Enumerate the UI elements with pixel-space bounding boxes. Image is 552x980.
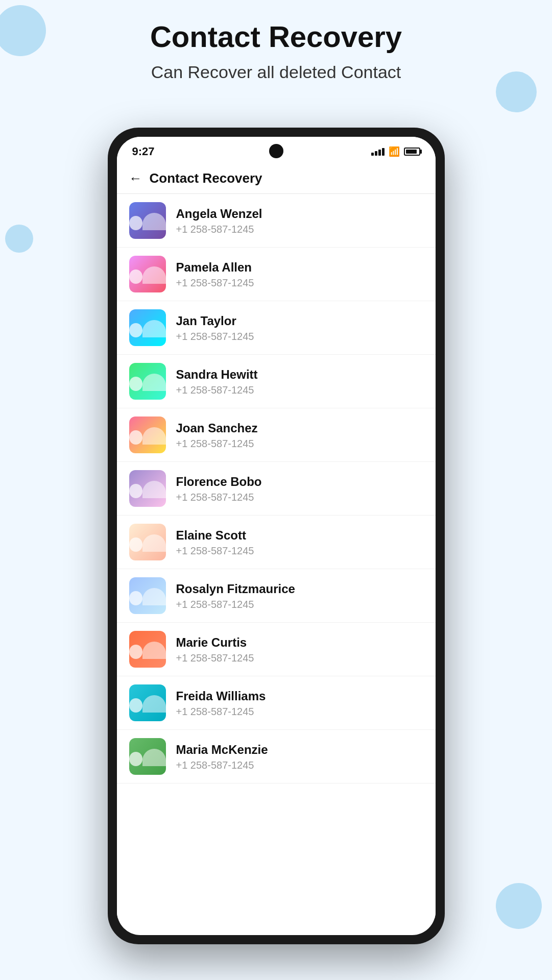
avatar	[129, 416, 166, 453]
battery-icon	[404, 148, 420, 156]
contact-info: Joan Sanchez+1 258-587-1245	[176, 420, 258, 449]
page-header: Contact Recovery Can Recover all deleted…	[0, 0, 552, 92]
contact-name: Angela Wenzel	[176, 206, 262, 222]
contact-info: Pamela Allen+1 258-587-1245	[176, 259, 254, 288]
contact-phone: +1 258-587-1245	[176, 331, 254, 342]
contact-info: Jan Taylor+1 258-587-1245	[176, 313, 254, 342]
contact-name: Jan Taylor	[176, 313, 254, 329]
contact-phone: +1 258-587-1245	[176, 224, 262, 235]
list-item[interactable]: Elaine Scott+1 258-587-1245	[117, 516, 436, 569]
contact-name: Pamela Allen	[176, 259, 254, 275]
contact-phone: +1 258-587-1245	[176, 545, 254, 557]
contact-info: Florence Bobo+1 258-587-1245	[176, 474, 262, 503]
avatar	[129, 309, 166, 346]
list-item[interactable]: Sandra Hewitt+1 258-587-1245	[117, 355, 436, 408]
contact-name: Elaine Scott	[176, 527, 254, 543]
avatar	[129, 470, 166, 507]
status-time: 9:27	[132, 145, 155, 158]
contact-info: Angela Wenzel+1 258-587-1245	[176, 206, 262, 235]
avatar	[129, 202, 166, 239]
contact-info: Elaine Scott+1 258-587-1245	[176, 527, 254, 556]
avatar	[129, 363, 166, 400]
contact-info: Marie Curtis+1 258-587-1245	[176, 634, 254, 664]
contact-phone: +1 258-587-1245	[176, 706, 266, 718]
bg-circle-bottom-right	[496, 883, 542, 929]
list-item[interactable]: Jan Taylor+1 258-587-1245	[117, 301, 436, 355]
contact-phone: +1 258-587-1245	[176, 384, 258, 396]
bg-circle-mid-left	[5, 225, 33, 253]
phone-screen: 9:27 📶 ← Contact Recovery	[117, 137, 436, 935]
contact-name: Marie Curtis	[176, 634, 254, 650]
phone-frame: 9:27 📶 ← Contact Recovery	[108, 128, 445, 944]
contact-list: Angela Wenzel+1 258-587-1245Pamela Allen…	[117, 194, 436, 918]
app-header: ← Contact Recovery	[117, 163, 436, 194]
contact-name: Sandra Hewitt	[176, 366, 258, 382]
page-title: Contact Recovery	[0, 20, 552, 53]
back-button[interactable]: ←	[129, 170, 142, 186]
contact-info: Maria McKenzie+1 258-587-1245	[176, 742, 268, 771]
page-subtitle: Can Recover all deleted Contact	[0, 62, 552, 82]
wifi-icon: 📶	[389, 146, 400, 157]
contact-name: Joan Sanchez	[176, 420, 258, 436]
contact-name: Florence Bobo	[176, 474, 262, 489]
list-item[interactable]: Angela Wenzel+1 258-587-1245	[117, 194, 436, 248]
avatar	[129, 738, 166, 775]
contact-phone: +1 258-587-1245	[176, 277, 254, 289]
contact-phone: +1 258-587-1245	[176, 760, 268, 771]
contact-phone: +1 258-587-1245	[176, 492, 262, 503]
avatar	[129, 631, 166, 668]
contact-name: Freida Williams	[176, 688, 266, 704]
list-item[interactable]: Freida Williams+1 258-587-1245	[117, 676, 436, 730]
camera-notch	[269, 144, 283, 158]
list-item[interactable]: Marie Curtis+1 258-587-1245	[117, 623, 436, 676]
contact-info: Freida Williams+1 258-587-1245	[176, 688, 266, 717]
avatar	[129, 577, 166, 614]
list-item[interactable]: Joan Sanchez+1 258-587-1245	[117, 408, 436, 462]
avatar	[129, 684, 166, 721]
contact-name: Maria McKenzie	[176, 742, 268, 757]
signal-icon	[371, 148, 385, 156]
list-item[interactable]: Pamela Allen+1 258-587-1245	[117, 248, 436, 301]
bg-circle-top-right	[496, 71, 537, 112]
contact-info: Rosalyn Fitzmaurice+1 258-587-1245	[176, 581, 295, 610]
list-item[interactable]: Florence Bobo+1 258-587-1245	[117, 462, 436, 516]
status-bar: 9:27 📶	[117, 137, 436, 163]
contact-phone: +1 258-587-1245	[176, 652, 254, 664]
list-item[interactable]: Maria McKenzie+1 258-587-1245	[117, 730, 436, 783]
contact-phone: +1 258-587-1245	[176, 599, 295, 610]
contact-info: Sandra Hewitt+1 258-587-1245	[176, 366, 258, 396]
avatar	[129, 256, 166, 292]
status-icons: 📶	[371, 146, 420, 157]
list-item[interactable]: Rosalyn Fitzmaurice+1 258-587-1245	[117, 569, 436, 623]
contact-name: Rosalyn Fitzmaurice	[176, 581, 295, 597]
contact-phone: +1 258-587-1245	[176, 438, 258, 450]
avatar	[129, 524, 166, 560]
app-header-title: Contact Recovery	[150, 170, 262, 186]
